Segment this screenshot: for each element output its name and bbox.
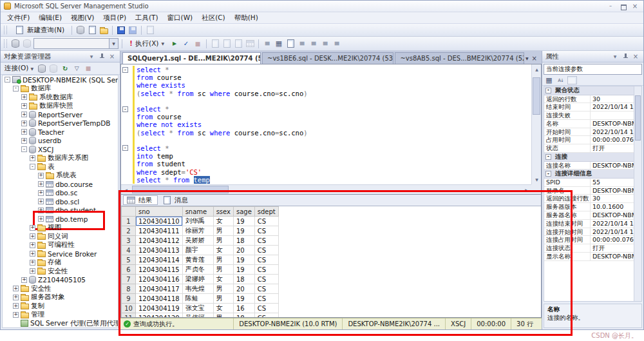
tree-item[interactable]: +userdb [3,137,118,146]
property-row[interactable]: 名称DESKTOP-NBME2IK [544,120,641,128]
editor-vertical-scrollbar[interactable]: ▲ ▼ [531,64,541,184]
tree-item[interactable]: +Service Broker [3,249,118,258]
grid-cell[interactable]: 吴娇娇 [182,236,213,246]
toolbar-grip[interactable] [4,39,7,48]
categorized-icon[interactable] [544,76,554,84]
grid-cell[interactable]: 1204304118 [136,294,183,304]
code-line[interactable]: from course [121,113,531,121]
row-number-cell[interactable]: 3 [122,236,136,246]
property-row[interactable]: 开始时间2022/10/14 15:29:2 [544,128,641,137]
grid-cell[interactable]: 19 [233,217,254,226]
tree-item[interactable]: -数据库 [3,84,118,93]
property-row[interactable]: 状态打开 [544,144,641,153]
property-row[interactable]: 连接占用时间00:00:00.076 [544,236,641,244]
new-query-button[interactable]: 新建查询(N) [10,24,68,37]
property-pages-icon[interactable] [567,76,577,84]
grid-cell[interactable]: 韦先煌 [182,284,213,294]
row-number-cell[interactable]: 11 [122,313,136,318]
menu-item[interactable]: 帮助(H) [230,12,263,24]
code-line[interactable]: -select * [121,144,531,152]
grid-cell[interactable]: 1204304113 [136,246,183,255]
expand-icon[interactable]: + [30,155,35,161]
results-to-file-icon[interactable] [285,39,296,49]
grid-cell[interactable]: 男 [213,294,233,304]
property-row[interactable]: 返回的连接行数30 [544,195,641,203]
grid-column-header[interactable]: sdept [254,207,278,217]
fold-collapse-icon[interactable]: - [122,106,128,112]
expand-icon[interactable]: + [13,286,19,291]
property-row[interactable]: 连接名称DESKTOP-NBME2IK [544,162,641,170]
tree-item[interactable]: +dbo.scl [3,197,118,206]
collapse-icon[interactable]: - [545,154,551,160]
tree-item[interactable]: +ReportServer [3,110,118,119]
expand-icon[interactable]: + [30,268,35,274]
collapse-icon[interactable]: - [5,77,10,83]
menu-item[interactable]: 编辑(E) [34,12,66,24]
alphabetical-icon[interactable] [556,76,565,84]
menu-item[interactable]: 文件(F) [3,12,34,24]
save-icon[interactable] [116,25,126,35]
row-number-cell[interactable]: 9 [122,294,136,304]
tree-item[interactable]: +ReportServerTempDB [3,119,118,128]
tree-item[interactable]: -表 [3,162,118,171]
comment-out-icon[interactable] [297,39,307,49]
save-all-icon[interactable] [128,25,138,35]
grid-cell[interactable]: CS [254,284,278,294]
server-disconnect-icon[interactable] [48,63,59,73]
tree-item[interactable]: +系统表 [3,171,118,180]
expand-icon[interactable]: + [13,312,19,318]
panel-close-icon[interactable] [108,52,117,61]
grid-corner-cell[interactable] [122,207,136,217]
editor-text-area[interactable]: -select *from coursewhere exists(select … [121,64,531,184]
grid-cell[interactable]: 16 [233,304,254,313]
grid-cell[interactable]: 男 [213,284,233,294]
execute-dropdown-icon[interactable] [161,41,164,46]
tree-item[interactable]: +安全性 [3,267,118,276]
horizontal-scroll-thumb[interactable] [132,186,229,193]
tree-item[interactable]: +管理 [3,311,118,320]
grid-cell[interactable]: 1204304115 [136,265,183,275]
window-position-icon[interactable] [87,52,96,61]
uncomment-icon[interactable] [308,39,319,49]
grid-cell[interactable]: 1204304110 [136,217,183,226]
parse-check-icon[interactable] [181,39,191,49]
grid-cell[interactable]: 1204304114 [136,255,183,265]
connect-icon[interactable] [10,39,21,49]
window-position-icon[interactable] [611,52,620,61]
debug-icon[interactable] [169,39,180,49]
combo-dropdown-icon[interactable] [109,39,118,48]
code-line[interactable]: select * from temp [121,176,531,184]
tree-item[interactable]: +复制 [3,302,118,311]
tab-close-icon[interactable] [532,55,537,62]
expand-icon[interactable]: + [38,208,44,213]
grid-cell[interactable]: 张文宝 [182,304,213,313]
tree-item[interactable]: -DESKTOP-NBME2IK (SQL Server 10.0.160 [3,75,118,84]
row-number-cell[interactable]: 7 [122,275,136,284]
code-line[interactable]: (select * from sc where course.cno=sc.cn… [121,129,531,137]
doc-tab[interactable]: ~vs1BE6.sql - DESK...ME2IK\20774 (53))* [262,52,393,64]
grid-cell[interactable]: 1204304120 [136,313,183,318]
tree-item[interactable]: +dbo.course [3,180,118,189]
execute-button[interactable]: ! 执行(X) [126,38,168,50]
panel-close-icon[interactable] [631,52,640,61]
menu-item[interactable]: 视图(V) [66,12,99,24]
menu-item[interactable]: 工具(T) [131,12,163,24]
grid-cell[interactable]: 女 [213,304,233,313]
expand-icon[interactable]: + [30,251,35,257]
sql-editor[interactable]: -select *from coursewhere exists(select … [120,64,542,195]
grid-column-header[interactable]: sno [136,207,183,217]
collapse-icon[interactable]: - [13,86,19,92]
row-number-cell[interactable]: 10 [122,304,136,313]
database-new-icon[interactable] [75,25,86,35]
expand-icon[interactable]: + [13,303,19,309]
grid-cell[interactable]: 严贞冬 [182,265,213,275]
grid-cell[interactable]: 20 [233,246,254,255]
expand-icon[interactable]: + [21,138,27,144]
vertical-scroll-thumb[interactable] [533,77,540,115]
expand-icon[interactable]: + [30,233,35,239]
messages-tab[interactable]: 消息 [160,195,193,205]
tree-item[interactable]: +视图 [3,224,118,233]
menu-item[interactable]: 项目(P) [99,12,131,24]
grid-cell[interactable]: 男 [213,313,233,318]
row-number-cell[interactable]: 5 [122,255,136,265]
